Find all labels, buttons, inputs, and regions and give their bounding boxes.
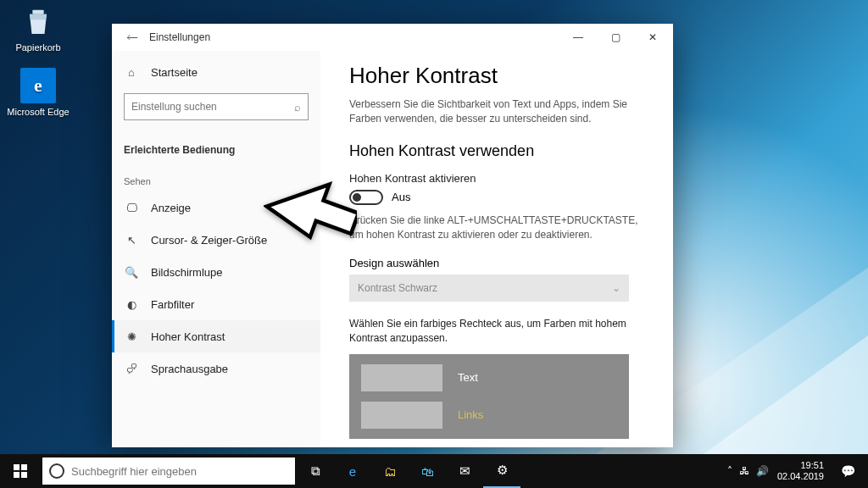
sidebar-item-magnifier[interactable]: 🔍 Bildschirmlupe: [112, 256, 320, 288]
sidebar-group-label: Sehen: [112, 161, 320, 191]
sidebar-item-display[interactable]: 🖵 Anzeige: [112, 191, 320, 224]
sidebar-item-label: Startseite: [151, 66, 198, 79]
dropdown-value: Kontrast Schwarz: [358, 282, 437, 294]
sidebar-item-colorfilter[interactable]: ◐ Farbfilter: [112, 288, 320, 320]
sidebar-item-label: Hoher Kontrast: [151, 330, 225, 343]
design-select-label: Design auswählen: [349, 257, 649, 269]
cortana-icon: [49, 463, 64, 479]
svg-rect-1: [14, 464, 19, 470]
settings-search-input[interactable]: [131, 101, 294, 113]
svg-rect-4: [21, 472, 27, 478]
edge-icon: e: [20, 68, 56, 103]
settings-search[interactable]: ⌕: [124, 93, 309, 120]
window-minimize-button[interactable]: —: [559, 24, 597, 51]
magnifier-icon: 🔍: [124, 264, 139, 280]
home-icon: ⌂: [124, 64, 139, 80]
back-button[interactable]: 🡐: [120, 30, 144, 44]
sidebar-item-narrator[interactable]: 🗪 Sprachausgabe: [112, 352, 320, 385]
taskbar-explorer-icon[interactable]: 🗂: [371, 454, 409, 488]
toggle-state: Aus: [392, 191, 410, 203]
display-icon: 🖵: [124, 200, 139, 215]
taskbar-edge-icon[interactable]: e: [334, 454, 371, 488]
theme-dropdown[interactable]: Kontrast Schwarz ⌄: [349, 274, 629, 302]
cursor-icon: ↖: [124, 232, 139, 247]
swatch-label-links: Links: [458, 408, 483, 421]
window-close-button[interactable]: ✕: [634, 24, 671, 51]
sidebar-item-label: Bildschirmlupe: [151, 266, 223, 279]
settings-content: Hoher Kontrast Verbessern Sie die Sichtb…: [320, 51, 673, 447]
color-swatch-panel: Text Links: [349, 354, 629, 439]
window-titlebar: 🡐 Einstellungen — ▢ ✕: [112, 24, 673, 51]
sidebar-category: Erleichterte Bedienung: [112, 130, 320, 161]
chevron-down-icon: ⌄: [612, 282, 620, 294]
desktop-icon-label: Microsoft Edge: [7, 107, 70, 117]
shortcut-hint: Drücken Sie die linke ALT-+UMSCHALTTASTE…: [349, 214, 649, 242]
toggle-label: Hohen Kontrast aktivieren: [349, 172, 649, 185]
taskbar: ⧉ e 🗂 🛍 ✉ ⚙ ˄ 🖧 🔊 19:51 02.04.2019 💬: [0, 454, 868, 488]
high-contrast-toggle[interactable]: [349, 190, 383, 205]
tray-volume-icon[interactable]: 🔊: [756, 465, 769, 477]
desktop-icon-recycle-bin[interactable]: Papierkorb: [7, 3, 70, 53]
sidebar-item-high-contrast[interactable]: ✺ Hoher Kontrast: [112, 320, 320, 352]
swatch-text[interactable]: [361, 364, 442, 391]
settings-sidebar: ⌂ Startseite ⌕ Erleichterte Bedienung Se…: [112, 51, 320, 447]
window-title: Einstellungen: [144, 31, 559, 43]
start-button[interactable]: [0, 454, 41, 488]
sidebar-item-label: Farbfilter: [151, 298, 194, 311]
desktop-icon-edge[interactable]: e Microsoft Edge: [7, 68, 70, 117]
high-contrast-icon: ✺: [124, 329, 139, 344]
svg-rect-0: [32, 10, 43, 14]
sidebar-item-cursor[interactable]: ↖ Cursor- & Zeiger-Größe: [112, 224, 320, 256]
sidebar-item-label: Anzeige: [151, 202, 191, 214]
taskbar-mail-icon[interactable]: ✉: [446, 454, 483, 488]
sidebar-item-label: Sprachausgabe: [151, 363, 228, 375]
taskbar-search-input[interactable]: [71, 465, 288, 478]
taskbar-store-icon[interactable]: 🛍: [409, 454, 446, 488]
sidebar-item-label: Cursor- & Zeiger-Größe: [151, 234, 267, 247]
page-title: Hoher Kontrast: [349, 63, 649, 89]
window-maximize-button[interactable]: ▢: [597, 24, 634, 51]
search-icon: ⌕: [294, 101, 301, 114]
tray-network-icon[interactable]: 🖧: [739, 465, 749, 477]
narrator-icon: 🗪: [124, 361, 139, 376]
taskbar-clock[interactable]: 19:51 02.04.2019: [777, 460, 824, 481]
recycle-bin-icon: [20, 3, 56, 39]
taskbar-settings-icon[interactable]: ⚙: [483, 454, 520, 488]
action-center-button[interactable]: 💬: [832, 464, 863, 478]
section-heading: Hohen Kontrast verwenden: [349, 142, 649, 160]
swatch-label-text: Text: [458, 371, 478, 384]
page-description: Verbessern Sie die Sichtbarkeit von Text…: [349, 97, 646, 127]
swatch-links[interactable]: [361, 402, 442, 429]
svg-rect-3: [14, 472, 19, 478]
task-view-button[interactable]: ⧉: [297, 454, 334, 488]
svg-rect-2: [21, 464, 27, 470]
clock-time: 19:51: [777, 460, 824, 471]
system-tray: ˄ 🖧 🔊 19:51 02.04.2019 💬: [727, 454, 868, 488]
swatch-instruction: Wählen Sie ein farbiges Rechteck aus, um…: [349, 317, 649, 346]
desktop-icon-label: Papierkorb: [7, 42, 70, 53]
tray-chevron-icon[interactable]: ˄: [727, 465, 732, 477]
settings-window: 🡐 Einstellungen — ▢ ✕ ⌂ Startseite ⌕ Erl…: [112, 24, 673, 447]
taskbar-search[interactable]: [42, 458, 295, 485]
clock-date: 02.04.2019: [777, 471, 824, 482]
sidebar-home[interactable]: ⌂ Startseite: [112, 56, 320, 88]
color-filter-icon: ◐: [124, 297, 139, 312]
